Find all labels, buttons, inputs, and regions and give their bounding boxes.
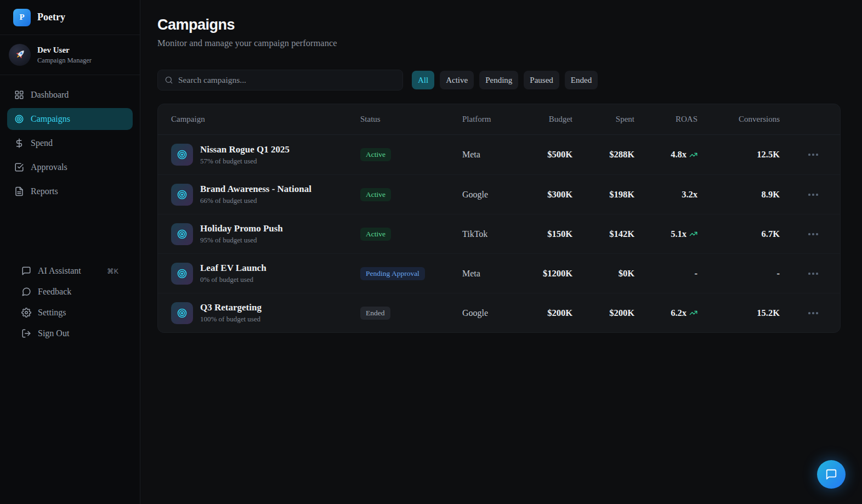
campaign-target-icon xyxy=(171,302,193,324)
chat-fab-button[interactable] xyxy=(817,460,846,489)
table-row[interactable]: Q3 Retargeting 100% of budget used Ended… xyxy=(158,293,840,332)
sidebar-nav: Dashboard Campaigns Spend xyxy=(0,75,140,344)
spent-value: $198K xyxy=(572,189,634,200)
status-filter-chips: AllActivePendingPausedEnded xyxy=(412,71,598,89)
spent-value: $200K xyxy=(572,308,634,319)
campaign-name: Holiday Promo Push xyxy=(200,223,283,234)
campaign-target-icon xyxy=(171,263,193,285)
campaign-target-icon xyxy=(171,223,193,245)
sidebar-item-settings[interactable]: Settings xyxy=(14,302,126,323)
filter-chip-ended[interactable]: Ended xyxy=(565,71,598,89)
sidebar-bottom-nav: AI Assistant ⌘K Feedback Sett xyxy=(7,261,133,344)
trending-up-icon xyxy=(689,230,697,238)
column-header-budget: Budget xyxy=(523,115,572,124)
sidebar-item-label: Dashboard xyxy=(31,90,69,100)
logout-icon xyxy=(21,329,31,338)
sidebar-item-approvals[interactable]: Approvals xyxy=(7,156,133,178)
campaign-target-icon xyxy=(171,184,193,206)
row-actions-menu-button[interactable] xyxy=(807,150,819,159)
campaign-name: Brand Awareness - National xyxy=(200,184,311,195)
message-square-icon xyxy=(21,266,31,276)
budget-value: $200K xyxy=(523,308,572,319)
shortcut-hint: ⌘K xyxy=(107,267,118,275)
row-actions-menu-button[interactable] xyxy=(807,309,819,318)
campaign-budget-used: 95% of budget used xyxy=(200,236,283,245)
conversions-value: 15.2K xyxy=(697,308,780,319)
column-header-platform: Platform xyxy=(462,115,523,124)
search-icon xyxy=(165,76,173,84)
roas-cell: 4.8x xyxy=(634,149,697,160)
sidebar-item-sign-out[interactable]: Sign Out xyxy=(14,323,126,344)
row-actions-menu-button[interactable] xyxy=(807,190,819,199)
status-badge: Ended xyxy=(360,307,390,320)
platform-label: Meta xyxy=(462,269,523,279)
toolbar: AllActivePendingPausedEnded xyxy=(157,70,862,90)
trending-up-icon xyxy=(689,151,697,159)
filter-chip-active[interactable]: Active xyxy=(440,71,474,89)
sidebar-item-ai-assistant[interactable]: AI Assistant ⌘K xyxy=(14,261,126,281)
roas-cell: - xyxy=(634,268,697,279)
campaign-cell: Leaf EV Launch 0% of budget used xyxy=(171,263,360,285)
dashboard-grid-icon xyxy=(14,90,24,100)
row-actions-menu-button[interactable] xyxy=(807,230,819,239)
status-badge: Active xyxy=(360,148,391,161)
sidebar-item-feedback[interactable]: Feedback xyxy=(14,281,126,302)
sidebar-item-spend[interactable]: Spend xyxy=(7,132,133,154)
spent-value: $288K xyxy=(572,149,634,160)
platform-label: Google xyxy=(462,190,523,200)
campaign-cell: Brand Awareness - National 66% of budget… xyxy=(171,184,360,206)
sidebar: P Poetry Dev User Campaign Manager xyxy=(0,0,140,504)
conversions-value: 6.7K xyxy=(697,229,780,240)
status-badge: Active xyxy=(360,188,391,201)
spent-value: $142K xyxy=(572,229,634,240)
column-header-spent: Spent xyxy=(572,115,634,124)
sidebar-item-label: Spend xyxy=(31,138,53,148)
sidebar-item-label: AI Assistant xyxy=(38,266,81,276)
table-row[interactable]: Leaf EV Launch 0% of budget used Pending… xyxy=(158,253,840,293)
campaign-cell: Q3 Retargeting 100% of budget used xyxy=(171,302,360,324)
campaign-target-icon xyxy=(171,144,193,166)
rocket-icon xyxy=(13,48,26,61)
filter-chip-pending[interactable]: Pending xyxy=(479,71,518,89)
campaign-name: Leaf EV Launch xyxy=(200,263,266,274)
sidebar-item-campaigns[interactable]: Campaigns xyxy=(7,108,133,130)
budget-value: $1200K xyxy=(523,268,572,279)
search-box xyxy=(157,70,403,90)
table-header: Campaign Status Platform Budget Spent RO… xyxy=(158,104,840,135)
row-actions-menu-button[interactable] xyxy=(807,269,819,278)
gear-icon xyxy=(21,308,31,318)
avatar xyxy=(9,44,31,66)
search-input[interactable] xyxy=(178,75,396,85)
roas-value: 3.2x xyxy=(682,189,697,200)
campaign-budget-used: 66% of budget used xyxy=(200,196,311,205)
platform-label: TikTok xyxy=(462,229,523,239)
brand-name: Poetry xyxy=(37,12,65,23)
dollar-icon xyxy=(14,138,24,148)
roas-value: 5.1x xyxy=(671,229,687,240)
page-subtitle: Monitor and manage your campaign perform… xyxy=(157,38,862,49)
sidebar-item-label: Approvals xyxy=(31,162,67,172)
table-row[interactable]: Brand Awareness - National 66% of budget… xyxy=(158,174,840,214)
conversions-value: 8.9K xyxy=(697,189,780,200)
table-row[interactable]: Holiday Promo Push 95% of budget used Ac… xyxy=(158,214,840,253)
roas-cell: 5.1x xyxy=(634,229,697,240)
filter-chip-all[interactable]: All xyxy=(412,71,434,89)
campaign-budget-used: 0% of budget used xyxy=(200,275,266,284)
user-role: Campaign Manager xyxy=(37,56,92,65)
filter-chip-paused[interactable]: Paused xyxy=(524,71,559,89)
campaign-budget-used: 57% of budget used xyxy=(200,157,290,166)
sidebar-item-reports[interactable]: Reports xyxy=(7,180,133,202)
user-card: Dev User Campaign Manager xyxy=(0,35,140,75)
column-header-status: Status xyxy=(360,115,462,124)
conversions-value: - xyxy=(697,268,780,279)
campaigns-table: Campaign Status Platform Budget Spent RO… xyxy=(157,104,841,333)
brand: P Poetry xyxy=(0,0,140,35)
sidebar-item-label: Sign Out xyxy=(38,329,69,338)
message-circle-icon xyxy=(21,287,31,297)
conversions-value: 12.5K xyxy=(697,149,780,160)
sidebar-item-dashboard[interactable]: Dashboard xyxy=(7,84,133,106)
platform-label: Meta xyxy=(462,150,523,160)
table-row[interactable]: Nissan Rogue Q1 2025 57% of budget used … xyxy=(158,135,840,174)
column-header-conversions: Conversions xyxy=(697,115,780,124)
sidebar-item-label: Settings xyxy=(38,308,66,318)
